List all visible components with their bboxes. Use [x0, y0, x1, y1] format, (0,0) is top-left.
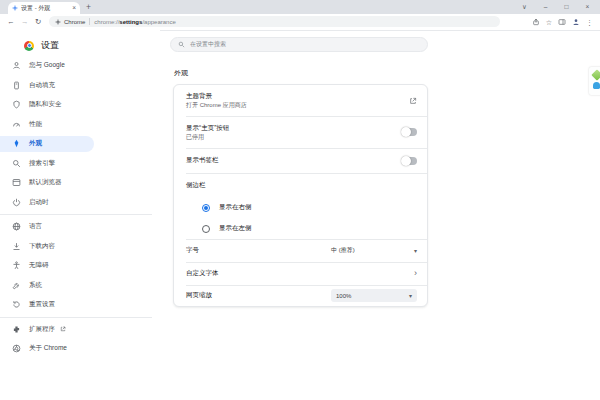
site-chip: Chrome [64, 19, 85, 25]
shortcut-green-shape [591, 69, 600, 80]
custom-fonts-label: 自定义字体 [186, 268, 414, 278]
side-panel-title: 侧边栏 [186, 180, 417, 190]
sidebar-item-label: 下载内容 [29, 242, 55, 251]
privacy-icon [12, 100, 21, 109]
home-button-row: 显示“主页”按钮 已停用 [174, 116, 427, 148]
minimize-button[interactable]: – [535, 0, 556, 14]
reload-icon[interactable]: ↻ [35, 17, 41, 27]
chrome-icon [12, 344, 21, 353]
sidebar-item-label: 性能 [29, 120, 42, 129]
profile-avatar-icon[interactable] [572, 18, 580, 26]
side-panel-icon[interactable] [558, 18, 566, 26]
sidebar-item-label: 搜索引擎 [29, 159, 55, 168]
sidebar-divider [0, 317, 152, 318]
accessibility-icon [12, 261, 21, 270]
new-tab-button[interactable]: + [86, 2, 91, 13]
sidebar-item-on-startup[interactable]: 启动时 [0, 193, 152, 213]
sidebar-item-label: 语言 [29, 222, 42, 231]
sidebar-item-performance[interactable]: 性能 [0, 115, 152, 135]
sidebar-item-appearance[interactable]: 外观 [0, 134, 152, 154]
window-controls: ∨ – □ × [514, 0, 598, 14]
sidebar-item-label: 系统 [29, 281, 42, 290]
sidebar-item-languages[interactable]: 语言 [0, 217, 152, 237]
close-button[interactable]: × [577, 0, 598, 14]
maximize-button[interactable]: □ [556, 0, 577, 14]
sidebar-item-you-and-google[interactable]: 您与 Google [0, 56, 152, 76]
toolbar-right-icons: ☆ ⋮ [532, 16, 593, 28]
puzzle-icon [12, 325, 21, 334]
theme-row[interactable]: 主题背景 打开 Chrome 应用商店 [174, 85, 427, 116]
bookmark-star-icon[interactable]: ☆ [546, 19, 552, 26]
settings-sidebar: 设置 您与 Google 自动填充 隐私和安全 性能 外观 搜索引擎 默认浏览器… [0, 30, 160, 400]
reset-icon [12, 300, 21, 309]
sidebar-item-autofill[interactable]: 自动填充 [0, 76, 152, 96]
sidebar-item-label: 外观 [29, 139, 42, 148]
sidebar-item-label: 隐私和安全 [29, 100, 62, 109]
bookmarks-bar-toggle[interactable] [402, 157, 417, 165]
settings-search-input[interactable]: 在设置中搜索 [170, 37, 428, 52]
page-zoom-row: 网页缩放 100% ▾ [174, 285, 427, 306]
sidebar-header: 设置 [24, 39, 59, 52]
caret-down-icon: ▾ [409, 292, 412, 299]
radio-selected-icon[interactable] [202, 204, 210, 212]
radio-unselected-icon[interactable] [202, 225, 210, 233]
radio-label: 显示在右侧 [219, 203, 252, 212]
sidebar-item-default-browser[interactable]: 默认浏览器 [0, 173, 152, 193]
back-icon[interactable]: ← [7, 17, 15, 27]
caret-down-icon: ▾ [414, 247, 417, 254]
url-scheme: chrome:// [94, 19, 119, 25]
custom-fonts-row[interactable]: 自定义字体 › [174, 262, 427, 285]
home-button-title: 显示“主页”按钮 [186, 123, 402, 133]
share-icon[interactable] [532, 18, 540, 26]
side-panel-right-option[interactable]: 显示在右侧 [174, 197, 427, 218]
page-zoom-select[interactable]: 100% ▾ [331, 289, 417, 302]
page-zoom-value: 100% [336, 293, 351, 299]
font-size-select[interactable]: 中 (推荐) ▾ [331, 246, 417, 255]
appearance-icon [12, 139, 21, 148]
sidebar-item-label: 自动填充 [29, 81, 55, 90]
page-zoom-label: 网页缩放 [186, 290, 331, 300]
theme-title: 主题背景 [186, 91, 409, 101]
sidebar-item-reset[interactable]: 重置设置 [0, 295, 152, 315]
sidebar-item-label: 扩展程序 [29, 325, 55, 334]
side-panel-left-option[interactable]: 显示在左侧 [174, 218, 427, 239]
desktop-shortcut-icon [589, 67, 600, 95]
sidebar-item-about-chrome[interactable]: 关于 Chrome [0, 339, 152, 359]
home-button-text: 显示“主页”按钮 已停用 [186, 123, 402, 141]
performance-icon [12, 120, 21, 129]
globe-icon [12, 222, 21, 231]
sidebar-item-system[interactable]: 系统 [0, 276, 152, 296]
sidebar-item-search-engine[interactable]: 搜索引擎 [0, 154, 152, 174]
sidebar-item-label: 重置设置 [29, 300, 55, 309]
menu-more-icon[interactable]: ⋮ [586, 19, 593, 26]
sidebar-item-label: 您与 Google [29, 61, 65, 70]
sidebar-item-label: 启动时 [29, 198, 49, 207]
toggle-knob [401, 156, 411, 166]
tab-title: 设置 - 外观 [21, 4, 72, 13]
settings-title: 设置 [41, 39, 59, 52]
open-web-store-external-link-icon[interactable] [409, 97, 417, 105]
chrome-logo-icon [24, 41, 34, 51]
wrench-icon [12, 281, 21, 290]
sidebar-item-downloads[interactable]: 下载内容 [0, 237, 152, 257]
autofill-icon [12, 81, 21, 90]
theme-text: 主题背景 打开 Chrome 应用商店 [186, 91, 409, 109]
search-placeholder: 在设置中搜索 [190, 40, 226, 49]
sidebar-divider [0, 214, 152, 215]
shortcut-blue-shape [593, 82, 600, 89]
settings-gear-favicon-icon [12, 5, 18, 11]
default-browser-icon [12, 178, 21, 187]
tab-settings[interactable]: 设置 - 外观 × [8, 2, 80, 14]
sidebar-item-extensions[interactable]: 扩展程序 [0, 320, 152, 340]
side-panel-label-row: 侧边栏 [174, 173, 427, 197]
home-button-toggle[interactable] [402, 128, 417, 136]
sidebar-item-label: 默认浏览器 [29, 178, 62, 187]
sidebar-item-accessibility[interactable]: 无障碍 [0, 256, 152, 276]
search-engine-icon [12, 159, 21, 168]
bookmarks-bar-row: 显示书签栏 [174, 148, 427, 173]
tab-close-icon[interactable]: × [72, 5, 76, 12]
address-bar[interactable]: Chrome chrome://settings/appearance [49, 16, 500, 27]
url-path: /appearance [142, 19, 175, 25]
sidebar-item-privacy[interactable]: 隐私和安全 [0, 95, 152, 115]
tab-search-icon[interactable]: ∨ [514, 0, 535, 14]
